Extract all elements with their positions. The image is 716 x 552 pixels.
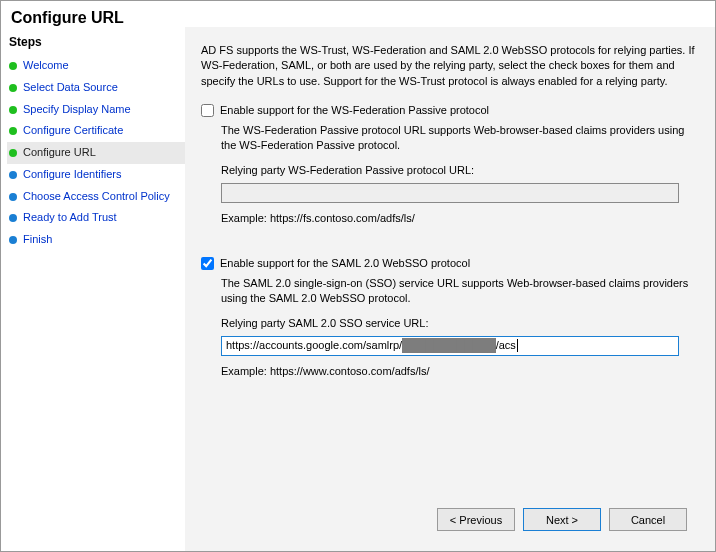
next-button[interactable]: Next > (523, 508, 601, 531)
step-label: Welcome (23, 59, 69, 73)
sidebar-title: Steps (7, 31, 185, 55)
step-item[interactable]: Configure Certificate (7, 120, 185, 142)
cancel-button[interactable]: Cancel (609, 508, 687, 531)
step-bullet-icon (9, 236, 17, 244)
step-item[interactable]: Configure Identifiers (7, 164, 185, 186)
step-bullet-icon (9, 84, 17, 92)
saml-checkbox-label[interactable]: Enable support for the SAML 2.0 WebSSO p… (220, 256, 470, 271)
step-label: Ready to Add Trust (23, 211, 117, 225)
saml-field-label: Relying party SAML 2.0 SSO service URL: (221, 316, 701, 331)
dialog: Configure URL Steps WelcomeSelect Data S… (0, 0, 716, 552)
page-title: Configure URL (1, 1, 715, 27)
step-label: Configure Identifiers (23, 168, 121, 182)
step-label: Select Data Source (23, 81, 118, 95)
saml-url-input[interactable]: https://accounts.google.com/samlrp/█████… (221, 336, 679, 356)
wsfed-checkbox-label[interactable]: Enable support for the WS-Federation Pas… (220, 103, 489, 118)
intro-text: AD FS supports the WS-Trust, WS-Federati… (201, 43, 701, 89)
saml-example: Example: https://www.contoso.com/adfs/ls… (221, 364, 701, 379)
content-scroll: AD FS supports the WS-Trust, WS-Federati… (201, 43, 701, 498)
wsfed-url-input[interactable] (221, 183, 679, 203)
wsfed-example: Example: https://fs.contoso.com/adfs/ls/ (221, 211, 701, 226)
step-item[interactable]: Choose Access Control Policy (7, 186, 185, 208)
step-item[interactable]: Welcome (7, 55, 185, 77)
saml-url-redacted: ████████████ (402, 338, 496, 353)
wsfed-checkbox[interactable] (201, 104, 214, 117)
step-label: Configure Certificate (23, 124, 123, 138)
step-label: Choose Access Control Policy (23, 190, 170, 204)
step-label: Configure URL (23, 146, 96, 160)
content-panel: AD FS supports the WS-Trust, WS-Federati… (185, 27, 715, 551)
previous-button[interactable]: < Previous (437, 508, 515, 531)
saml-checkbox-row: Enable support for the SAML 2.0 WebSSO p… (201, 256, 701, 271)
saml-url-prefix: https://accounts.google.com/samlrp/ (226, 338, 402, 353)
step-item[interactable]: Ready to Add Trust (7, 207, 185, 229)
step-bullet-icon (9, 106, 17, 114)
steps-list: WelcomeSelect Data SourceSpecify Display… (7, 55, 185, 251)
step-item[interactable]: Finish (7, 229, 185, 251)
step-bullet-icon (9, 171, 17, 179)
saml-description: The SAML 2.0 single-sign-on (SSO) servic… (221, 276, 701, 307)
step-bullet-icon (9, 149, 17, 157)
text-caret (517, 339, 518, 352)
step-item[interactable]: Specify Display Name (7, 99, 185, 121)
dialog-body: Steps WelcomeSelect Data SourceSpecify D… (1, 27, 715, 551)
step-bullet-icon (9, 214, 17, 222)
saml-checkbox[interactable] (201, 257, 214, 270)
wsfed-field-label: Relying party WS-Federation Passive prot… (221, 163, 701, 178)
step-bullet-icon (9, 127, 17, 135)
button-row: < Previous Next > Cancel (201, 498, 701, 543)
step-bullet-icon (9, 62, 17, 70)
wsfed-description: The WS-Federation Passive protocol URL s… (221, 123, 701, 154)
step-item[interactable]: Configure URL (7, 142, 185, 164)
step-label: Finish (23, 233, 52, 247)
wsfed-checkbox-row: Enable support for the WS-Federation Pas… (201, 103, 701, 118)
step-item[interactable]: Select Data Source (7, 77, 185, 99)
saml-url-suffix: /acs (496, 338, 516, 353)
step-label: Specify Display Name (23, 103, 131, 117)
step-bullet-icon (9, 193, 17, 201)
sidebar: Steps WelcomeSelect Data SourceSpecify D… (1, 27, 185, 551)
